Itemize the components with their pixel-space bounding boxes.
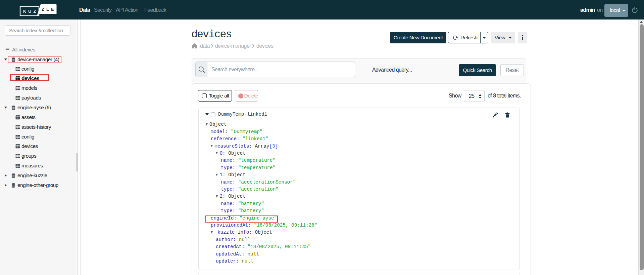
svg-text:KUZ: KUZ: [23, 9, 38, 14]
svg-text:ZLE: ZLE: [42, 7, 56, 12]
